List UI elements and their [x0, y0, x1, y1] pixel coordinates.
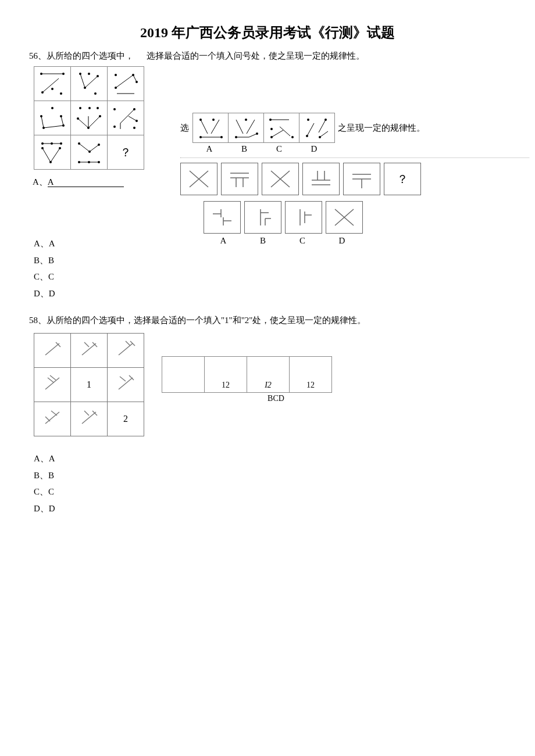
- svg-line-17: [133, 75, 137, 82]
- svg-point-85: [307, 119, 309, 121]
- svg-line-125: [119, 343, 133, 355]
- q56-grid: ？: [34, 66, 144, 170]
- grid-cell: [71, 101, 108, 135]
- stroke-icon: [76, 406, 102, 429]
- pattern-icon: [38, 70, 67, 97]
- opt-label-c: C: [283, 236, 322, 246]
- svg-point-51: [41, 147, 44, 149]
- q58-opt-a[interactable]: [162, 357, 205, 393]
- line-pattern-icon: [209, 206, 235, 229]
- grid-cell: [71, 334, 108, 368]
- grid-cell: [71, 67, 108, 101]
- grid-cell: [108, 334, 144, 368]
- placeholder-2: 2: [123, 414, 128, 424]
- svg-line-120: [45, 343, 59, 355]
- q57-opt-labels: A B C D: [204, 236, 529, 246]
- pattern-icon: [267, 116, 296, 139]
- svg-line-33: [78, 119, 88, 128]
- svg-point-41: [133, 108, 135, 110]
- svg-point-4: [41, 91, 44, 94]
- q57-option-a[interactable]: [204, 201, 241, 234]
- opt-label-a: A: [204, 236, 243, 246]
- line-pattern-icon: [250, 206, 276, 229]
- svg-point-30: [88, 107, 91, 109]
- svg-point-28: [60, 115, 62, 117]
- svg-point-49: [60, 142, 62, 145]
- svg-point-71: [245, 119, 247, 121]
- choice-c[interactable]: C、C: [34, 483, 506, 500]
- svg-line-133: [129, 375, 134, 380]
- option-a-cell[interactable]: [192, 113, 229, 143]
- seq-cell-5: [343, 163, 380, 195]
- opt-prefix: 选: [180, 123, 189, 134]
- q58-opt-label-row: BCD: [220, 394, 332, 403]
- q56-number: 56、从所给的四个选项中，: [29, 51, 134, 60]
- q58-opt-d[interactable]: 12: [290, 357, 332, 393]
- seq-cell-4: [302, 163, 340, 195]
- cross-icon: [186, 167, 212, 191]
- grid-cell: [71, 135, 108, 170]
- stroke-icon: [113, 372, 138, 395]
- svg-line-135: [51, 411, 57, 415]
- choice-b[interactable]: B、B: [34, 467, 506, 484]
- q56-option-row: 选 之呈现一定的规律性。: [180, 113, 529, 143]
- a-underline-text: A: [48, 177, 124, 187]
- svg-point-21: [51, 107, 54, 109]
- svg-line-131: [119, 378, 133, 389]
- svg-line-136: [45, 417, 50, 421]
- pattern-icon: [38, 139, 67, 166]
- option-d-cell[interactable]: [299, 113, 335, 143]
- a-prefix: A、: [33, 177, 48, 187]
- svg-line-3: [42, 78, 59, 92]
- q58-opt-b[interactable]: 12: [205, 357, 247, 393]
- pattern-icon: [38, 105, 67, 131]
- svg-line-22: [41, 116, 44, 128]
- pattern-icon: [111, 105, 140, 131]
- q57-option-c[interactable]: [285, 201, 322, 234]
- svg-point-44: [135, 120, 138, 122]
- stroke-icon: [40, 372, 65, 395]
- q56-stem: 56、从所给的四个选项中， 选择最合适的一个填入问号处，使之呈现一定的规律性。: [29, 49, 506, 63]
- stroke-icon: [40, 338, 65, 361]
- opt-label-d: D: [297, 144, 331, 154]
- choice-b[interactable]: B、B: [34, 252, 506, 269]
- choice-d[interactable]: D、D: [34, 285, 506, 302]
- grid-cell: [34, 135, 71, 170]
- q56-figure-area: ？ 选 之呈现一定的规律性。 A B C D ？: [29, 66, 506, 170]
- svg-point-62: [88, 161, 90, 163]
- q57-option-b[interactable]: [244, 201, 281, 234]
- q58-figure-area: 1 2 12 I2 12 BCD: [29, 333, 506, 436]
- choice-c[interactable]: C、C: [34, 268, 506, 285]
- svg-point-89: [306, 135, 308, 137]
- choice-a[interactable]: A、A: [34, 450, 506, 467]
- option-b-cell[interactable]: [228, 113, 264, 143]
- svg-line-130: [50, 375, 56, 380]
- q58-options: 12 I2 12: [162, 356, 332, 393]
- choice-d[interactable]: D、D: [34, 500, 506, 517]
- grid-cell: [34, 101, 71, 135]
- svg-line-50: [42, 148, 51, 162]
- pattern-icon: [111, 70, 140, 97]
- svg-line-25: [44, 126, 63, 128]
- q56-options-overlay: 选 之呈现一定的规律性。 A B C D ？: [180, 113, 529, 246]
- line-pattern-icon: [308, 167, 334, 191]
- q58-opt-c[interactable]: I2: [247, 357, 290, 393]
- svg-point-63: [98, 161, 100, 163]
- line-pattern-icon: [227, 167, 252, 191]
- svg-line-8: [80, 74, 85, 88]
- opt-label-b: B: [227, 144, 262, 154]
- svg-line-88: [307, 123, 314, 136]
- grid-cell: [108, 368, 144, 402]
- grid-cell: 1: [71, 368, 108, 402]
- grid-cell: [34, 334, 71, 368]
- svg-point-48: [51, 142, 53, 145]
- option-c-cell[interactable]: [263, 113, 299, 143]
- q58-choices: A、A B、B C、C D、D: [34, 450, 506, 517]
- grid-cell: ？: [108, 135, 144, 170]
- svg-point-13: [88, 73, 90, 75]
- q57-option-d[interactable]: [326, 201, 363, 234]
- stroke-icon: [40, 406, 65, 429]
- svg-line-128: [45, 378, 59, 389]
- svg-point-18: [135, 81, 138, 83]
- svg-line-10: [85, 76, 98, 88]
